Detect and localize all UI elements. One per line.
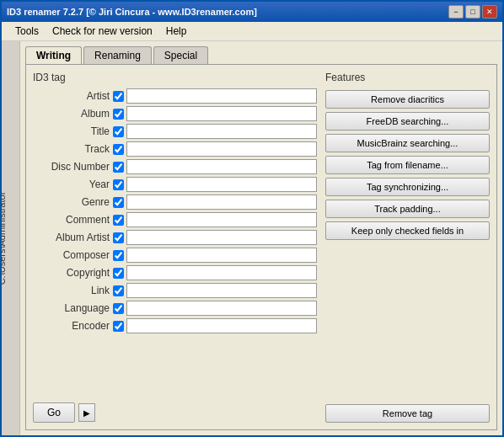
field-label-title: Title	[33, 125, 113, 137]
field-row-comment: Comment	[33, 212, 317, 227]
field-label-album-artist: Album Artist	[33, 232, 113, 243]
field-row-disc-number: Disc Number	[33, 159, 317, 174]
features-label: Features	[325, 72, 490, 83]
field-checkbox-comment[interactable]	[113, 215, 124, 226]
field-input-disc-number[interactable]	[126, 159, 317, 174]
field-row-composer: Composer	[33, 248, 317, 263]
content-area: C:\Users\Administrator Writing Renaming …	[2, 41, 502, 435]
field-checkbox-year[interactable]	[113, 179, 124, 190]
field-checkbox-language[interactable]	[113, 303, 124, 314]
minimize-button[interactable]: −	[448, 5, 464, 19]
sidebar: C:\Users\Administrator	[2, 41, 20, 435]
field-row-album: Album	[33, 106, 317, 121]
field-input-artist[interactable]	[126, 88, 317, 104]
tab-special[interactable]: Special	[153, 46, 208, 64]
right-panel: Features Remove diacritics FreeDB search…	[325, 72, 490, 423]
field-label-copyright: Copyright	[33, 267, 113, 279]
field-checkbox-encoder[interactable]	[113, 321, 124, 332]
field-checkbox-link[interactable]	[113, 285, 124, 296]
field-row-track: Track	[33, 141, 317, 157]
field-checkbox-title[interactable]	[113, 126, 124, 137]
maximize-button[interactable]: □	[465, 5, 480, 19]
tab-bar: Writing Renaming Special	[25, 46, 497, 64]
field-input-album-artist[interactable]	[126, 230, 317, 245]
field-input-track[interactable]	[126, 141, 317, 157]
musicbrainz-searching-button[interactable]: MusicBrainz searching...	[325, 134, 490, 152]
field-checkbox-artist[interactable]	[113, 91, 124, 102]
id3-section-label: ID3 tag	[33, 72, 317, 83]
field-input-language[interactable]	[126, 301, 317, 316]
go-button[interactable]: Go	[33, 402, 75, 423]
field-input-album[interactable]	[126, 106, 317, 121]
field-input-link[interactable]	[126, 283, 317, 298]
field-row-title: Title	[33, 124, 317, 139]
field-checkbox-composer[interactable]	[113, 250, 124, 261]
remove-tag-button[interactable]: Remove tag	[325, 404, 490, 423]
field-label-composer: Composer	[33, 249, 113, 261]
next-arrow-button[interactable]: ▶	[78, 403, 95, 422]
field-label-link: Link	[33, 285, 113, 296]
field-label-language: Language	[33, 302, 113, 314]
field-label-encoder: Encoder	[33, 320, 113, 332]
field-row-artist: Artist	[33, 88, 317, 104]
freedb-searching-button[interactable]: FreeDB searching...	[325, 112, 490, 131]
field-label-genre: Genre	[33, 196, 113, 208]
window-title: ID3 renamer 7.2.7 [© Jiri Cincura - www.…	[7, 7, 257, 17]
title-bar: ID3 renamer 7.2.7 [© Jiri Cincura - www.…	[2, 2, 502, 22]
field-checkbox-disc-number[interactable]	[113, 162, 124, 173]
main-window: ID3 renamer 7.2.7 [© Jiri Cincura - www.…	[0, 0, 504, 437]
field-row-copyright: Copyright	[33, 265, 317, 280]
tab-writing[interactable]: Writing	[25, 46, 82, 64]
field-checkbox-album[interactable]	[113, 109, 124, 120]
sidebar-path-label: C:\Users\Administrator	[2, 188, 7, 289]
menu-check-version[interactable]: Check for new version	[46, 24, 159, 39]
field-input-composer[interactable]	[126, 248, 317, 263]
field-input-copyright[interactable]	[126, 265, 317, 280]
field-input-genre[interactable]	[126, 195, 317, 210]
menu-bar: Tools Check for new version Help	[2, 22, 502, 41]
tab-content-writing: ID3 tag Artist Album Ti	[25, 64, 497, 430]
field-checkbox-genre[interactable]	[113, 197, 124, 208]
keep-checked-fields-button[interactable]: Keep only checked fields in	[325, 221, 490, 240]
field-row-link: Link	[33, 283, 317, 298]
left-panel: ID3 tag Artist Album Ti	[33, 72, 317, 423]
field-input-year[interactable]	[126, 177, 317, 192]
close-button[interactable]: ✕	[482, 5, 497, 19]
field-row-language: Language	[33, 301, 317, 316]
track-padding-button[interactable]: Track padding...	[325, 200, 490, 218]
main-content: Writing Renaming Special ID3 tag Artist	[20, 41, 502, 435]
field-row-genre: Genre	[33, 195, 317, 210]
field-label-disc-number: Disc Number	[33, 161, 113, 173]
field-checkbox-copyright[interactable]	[113, 268, 124, 279]
menu-tools[interactable]: Tools	[8, 24, 46, 39]
field-input-title[interactable]	[126, 124, 317, 139]
field-checkbox-album-artist[interactable]	[113, 232, 124, 243]
menu-help[interactable]: Help	[159, 24, 194, 39]
field-input-comment[interactable]	[126, 212, 317, 227]
field-checkbox-track[interactable]	[113, 144, 124, 155]
field-input-encoder[interactable]	[126, 318, 317, 333]
remove-diacritics-button[interactable]: Remove diacritics	[325, 90, 490, 109]
field-row-album-artist: Album Artist	[33, 230, 317, 245]
tag-synchronizing-button[interactable]: Tag synchronizing...	[325, 178, 490, 196]
field-label-album: Album	[33, 108, 113, 120]
field-label-comment: Comment	[33, 214, 113, 226]
field-label-artist: Artist	[33, 90, 113, 102]
field-row-year: Year	[33, 177, 317, 192]
field-label-track: Track	[33, 143, 113, 155]
field-label-year: Year	[33, 179, 113, 190]
tag-from-filename-button[interactable]: Tag from filename...	[325, 156, 490, 174]
window-controls: − □ ✕	[448, 5, 497, 19]
tab-renaming[interactable]: Renaming	[83, 46, 152, 64]
field-row-encoder: Encoder	[33, 318, 317, 333]
